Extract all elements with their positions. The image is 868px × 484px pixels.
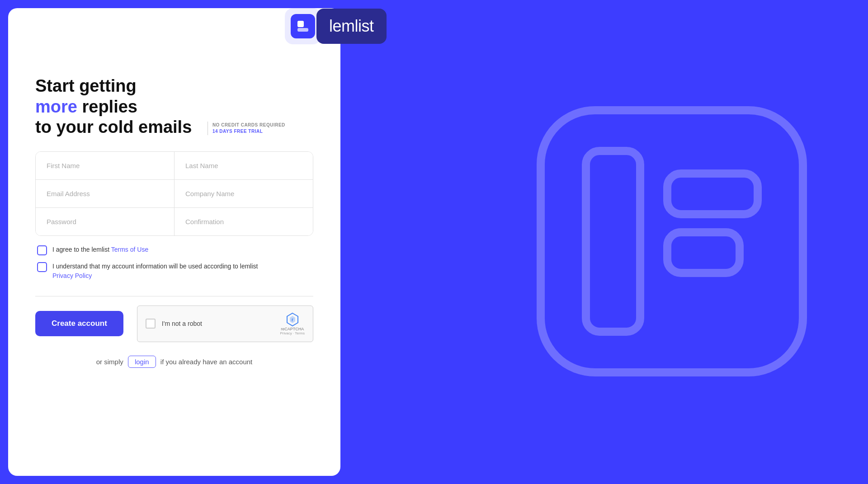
privacy-checkbox-row: I understand that my account information… xyxy=(37,262,311,281)
password-row xyxy=(36,208,313,235)
registration-form xyxy=(35,151,313,236)
svg-rect-0 xyxy=(297,21,304,27)
recaptcha-brand: reCAPTCHA xyxy=(281,327,304,331)
main-heading: Start getting more replies to your cold … xyxy=(35,76,313,138)
badge-divider xyxy=(208,122,208,135)
create-account-button[interactable]: Create account xyxy=(35,311,123,336)
terms-checkbox-row: I agree to the lemlist Terms of Use xyxy=(37,245,311,255)
logo-name: lemlist xyxy=(329,17,374,35)
svg-text:r: r xyxy=(292,317,293,322)
section-divider xyxy=(35,296,313,296)
email-company-row xyxy=(36,180,313,208)
logo-icon-wrap xyxy=(285,8,321,44)
left-panel: Start getting more replies to your cold … xyxy=(8,8,340,476)
recaptcha-checkbox[interactable] xyxy=(146,319,156,329)
password-input[interactable] xyxy=(36,208,175,235)
login-link[interactable]: login xyxy=(128,356,156,368)
recaptcha-box: I'm not a robot r reCAPTCHA Privacy · Te… xyxy=(137,305,313,342)
recaptcha-label: I'm not a robot xyxy=(162,320,202,327)
login-area: or simply login if you already have an a… xyxy=(35,356,313,368)
lemlist-logo-icon xyxy=(296,19,310,33)
bottom-area: Create account I'm not a robot r reCAPTC… xyxy=(35,305,313,342)
privacy-label: I understand that my account information… xyxy=(52,262,258,281)
email-input[interactable] xyxy=(36,180,175,207)
badge-text: NO CREDIT CARDS REQUIRED 14 DAYS FREE TR… xyxy=(212,122,285,135)
recaptcha-icon: r xyxy=(285,312,300,327)
terms-link[interactable]: Terms of Use xyxy=(111,246,148,253)
terms-checkbox[interactable] xyxy=(37,245,47,255)
svg-rect-1 xyxy=(297,28,308,32)
logo-text-wrap: lemlist xyxy=(316,9,387,44)
terms-label: I agree to the lemlist Terms of Use xyxy=(52,245,148,254)
background-logo xyxy=(514,83,830,401)
privacy-link[interactable]: Privacy Policy xyxy=(52,272,92,279)
first-name-input[interactable] xyxy=(36,152,175,179)
logo-icon-inner xyxy=(291,14,315,38)
svg-rect-4 xyxy=(586,151,640,332)
big-logo-svg xyxy=(514,83,830,399)
heading-area: Start getting more replies to your cold … xyxy=(35,76,313,138)
recaptcha-links: Privacy · Terms xyxy=(280,331,305,335)
name-row xyxy=(36,152,313,180)
company-input[interactable] xyxy=(175,180,313,207)
privacy-checkbox[interactable] xyxy=(37,262,47,272)
recaptcha-logo: r reCAPTCHA Privacy · Terms xyxy=(280,312,305,335)
last-name-input[interactable] xyxy=(175,152,313,179)
checkbox-area: I agree to the lemlist Terms of Use I un… xyxy=(35,245,313,287)
svg-rect-5 xyxy=(667,174,758,214)
confirmation-input[interactable] xyxy=(175,208,313,235)
svg-rect-6 xyxy=(667,232,740,273)
right-panel xyxy=(349,0,868,484)
